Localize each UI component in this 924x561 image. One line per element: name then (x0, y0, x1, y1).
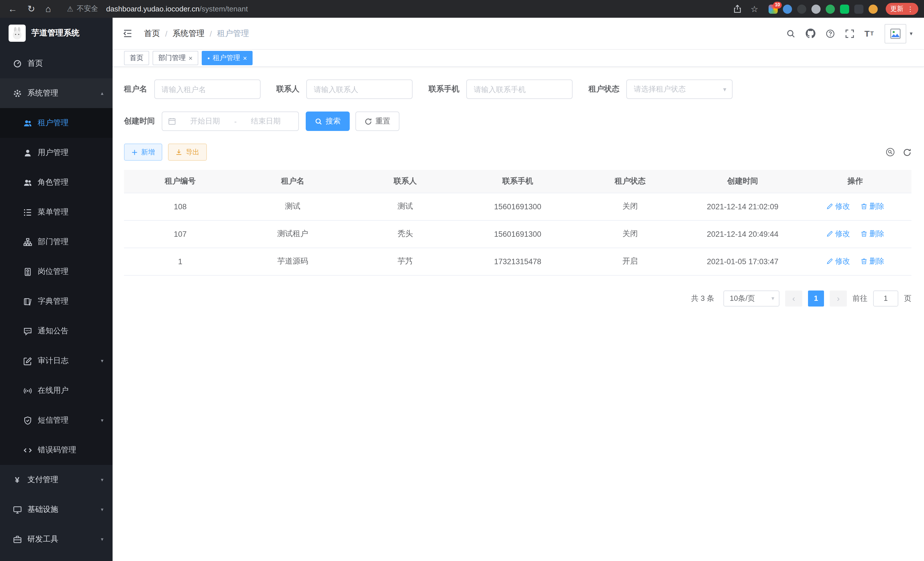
extension-icon[interactable] (783, 4, 792, 14)
mobile-input[interactable] (466, 80, 573, 99)
sidebar-item-label: 短信管理 (38, 415, 69, 426)
tenant-name-input[interactable] (154, 80, 260, 99)
github-icon[interactable] (806, 29, 815, 38)
sidebar-item-sms-management[interactable]: 短信管理 ▾ (0, 405, 112, 435)
chrome-update-button[interactable]: 更新 ⋮ (886, 3, 918, 15)
status-select-placeholder: 请选择租户状态 (634, 84, 686, 94)
sidebar-item-dept-management[interactable]: 部门管理 (0, 227, 112, 257)
tab-tenant-management[interactable]: ● 租户管理 × (202, 51, 253, 65)
font-size-icon[interactable]: TT (864, 29, 874, 38)
extension-icon[interactable] (826, 4, 835, 14)
contact-input[interactable] (306, 80, 412, 99)
cell-created: 2021-01-05 17:03:47 (686, 248, 799, 275)
sidebar-item-home[interactable]: 首页 (0, 49, 112, 78)
breadcrumb-separator: / (165, 29, 167, 38)
sidebar-item-label: 岗位管理 (38, 266, 69, 277)
page-unit-label: 页 (904, 293, 911, 303)
extension-icon[interactable] (868, 4, 878, 14)
browser-home-icon[interactable]: ⌂ (45, 4, 51, 14)
bookmark-star-icon[interactable]: ☆ (751, 4, 758, 14)
refresh-table-icon[interactable] (903, 148, 911, 156)
search-icon[interactable] (786, 29, 795, 38)
avatar-caret-down-icon[interactable]: ▾ (910, 30, 913, 37)
edit-doc-icon (23, 356, 32, 365)
delete-link[interactable]: 删除 (860, 256, 884, 266)
extension-icon[interactable] (840, 4, 849, 14)
extension-icon[interactable] (812, 4, 820, 14)
col-tenant-id: 租户编号 (124, 170, 237, 193)
address-bar[interactable]: dashboard.yudao.iocoder.cn/system/tenant (106, 5, 248, 13)
cell-tenant-id: 1 (124, 248, 237, 275)
avatar[interactable] (885, 24, 906, 43)
edit-link[interactable]: 修改 (826, 256, 850, 266)
sidebar-item-error-code[interactable]: 错误码管理 (0, 435, 112, 465)
goto-page-input[interactable] (873, 290, 898, 306)
extension-icon[interactable] (854, 4, 863, 14)
sidebar-item-notice[interactable]: 通知公告 (0, 316, 112, 346)
sidebar-item-post-management[interactable]: 岗位管理 (0, 257, 112, 287)
pagination: 共 3 条 10条/页 ▾ ‹ 1 › 前往 页 (124, 290, 911, 306)
sidebar-item-role-management[interactable]: 角色管理 (0, 168, 112, 197)
browser-reload-icon[interactable]: ↻ (27, 4, 35, 14)
fullscreen-icon[interactable] (845, 29, 854, 38)
table-row: 1 芋道源码 芋艿 17321315478 开启 2021-01-05 17:0… (124, 248, 911, 275)
sidebar-collapse-icon[interactable] (123, 29, 133, 38)
show-search-toggle-icon[interactable] (886, 147, 895, 157)
tab-home[interactable]: 首页 (124, 51, 149, 65)
sidebar-item-label: 错误码管理 (38, 445, 76, 455)
edit-link[interactable]: 修改 (826, 201, 850, 212)
cell-status: 关闭 (574, 193, 687, 220)
date-range-picker[interactable]: 开始日期 - 结束日期 (162, 111, 299, 131)
close-icon[interactable]: × (189, 54, 193, 62)
chevron-down-icon: ▾ (101, 536, 104, 542)
page-content: 租户名 联系人 联系手机 租户状态 请选择租户状态 (112, 67, 924, 561)
breadcrumb-home[interactable]: 首页 (144, 28, 160, 39)
page-size-select[interactable]: 10条/页 ▾ (723, 290, 779, 306)
sidebar-item-tenant-management[interactable]: 租户管理 (0, 108, 112, 138)
delete-link[interactable]: 删除 (860, 201, 884, 212)
next-page-button[interactable]: › (830, 290, 847, 306)
sidebar-item-label: 用户管理 (38, 147, 69, 158)
table-header-row: 租户编号 租户名 联系人 联系手机 租户状态 创建时间 操作 (124, 170, 911, 193)
cell-created: 2021-12-14 20:49:44 (686, 220, 799, 248)
extension-icon[interactable]: 10 (769, 4, 778, 14)
page-number-1[interactable]: 1 (808, 290, 824, 306)
breadcrumb-system[interactable]: 系统管理 (172, 28, 205, 39)
delete-link[interactable]: 删除 (860, 229, 884, 239)
breadcrumb-separator: / (210, 29, 212, 38)
site-security-chip[interactable]: ⚠ 不安全 (67, 4, 98, 14)
app-logo[interactable]: 芋道管理系统 (0, 18, 112, 49)
edit-link[interactable]: 修改 (826, 229, 850, 239)
sidebar-item-menu-management[interactable]: 菜单管理 (0, 197, 112, 227)
add-button[interactable]: 新增 (124, 144, 162, 161)
cell-tenant-id: 107 (124, 220, 237, 248)
close-icon[interactable]: × (243, 54, 247, 62)
browser-back-icon[interactable]: ← (8, 4, 17, 14)
extension-icon[interactable] (797, 4, 806, 14)
delete-label: 删除 (869, 229, 884, 239)
sidebar-item-system-management[interactable]: 系统管理 ▴ (0, 78, 112, 108)
status-select[interactable]: 请选择租户状态 ▾ (626, 80, 733, 99)
export-button[interactable]: 导出 (168, 144, 207, 161)
sidebar-item-dev-tools[interactable]: 研发工具 ▾ (0, 524, 112, 554)
sidebar-item-infrastructure[interactable]: 基础设施 ▾ (0, 495, 112, 524)
help-icon[interactable] (825, 29, 835, 38)
sidebar-item-label: 字典管理 (38, 296, 69, 307)
reset-button[interactable]: 重置 (356, 111, 399, 131)
sidebar-item-payment[interactable]: ¥ 支付管理 ▾ (0, 465, 112, 495)
sitemap-icon (23, 238, 32, 246)
rabbit-logo-icon (9, 25, 26, 42)
share-icon[interactable] (733, 5, 741, 13)
sidebar-item-dict-management[interactable]: 字典管理 (0, 287, 112, 316)
tab-dept-management[interactable]: 部门管理 × (153, 51, 198, 65)
sidebar-item-online-users[interactable]: 在线用户 (0, 376, 112, 405)
update-label: 更新 (890, 5, 903, 13)
search-button[interactable]: 搜索 (306, 111, 350, 131)
sidebar-item-user-management[interactable]: 用户管理 (0, 138, 112, 168)
date-separator: - (234, 117, 237, 126)
sidebar-item-audit-log[interactable]: 审计日志 ▾ (0, 346, 112, 376)
cell-created: 2021-12-14 21:02:09 (686, 193, 799, 220)
plus-icon (131, 149, 138, 155)
prev-page-button[interactable]: ‹ (785, 290, 802, 306)
tab-label: 租户管理 (213, 53, 240, 63)
